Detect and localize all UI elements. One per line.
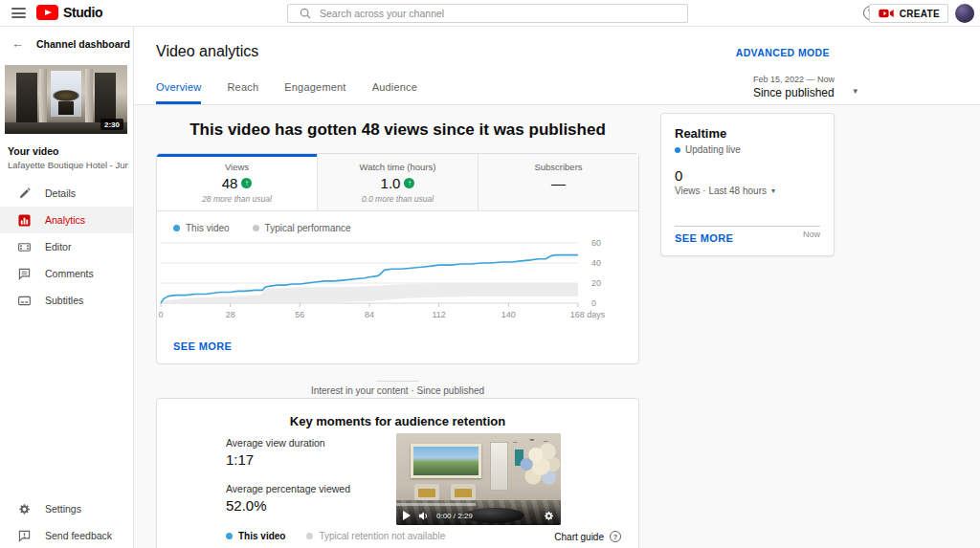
video-player[interactable]: 0:00 / 2:29	[396, 433, 561, 525]
realtime-count: 0	[675, 167, 820, 184]
player-controls: 0:00 / 2:29	[396, 506, 561, 525]
search-icon	[300, 8, 311, 19]
avg-view-duration-label: Average view duration	[226, 437, 325, 449]
trend-up-icon: ↑	[241, 178, 252, 188]
chart-guide-link[interactable]: Chart guide ?	[554, 531, 621, 542]
search-input[interactable]	[320, 8, 687, 19]
create-label: CREATE	[900, 9, 940, 19]
avg-percentage-viewed-label: Average percentage viewed	[226, 483, 350, 494]
views-headline: This video has gotten 48 views since it …	[156, 121, 639, 140]
interest-caption: Interest in your content · Since publish…	[156, 385, 639, 396]
subscribers-value: —	[551, 175, 566, 191]
live-dot-icon	[675, 147, 680, 153]
back-arrow-icon: ←	[11, 36, 24, 51]
realtime-sparkline	[675, 202, 820, 227]
analytics-icon	[17, 214, 31, 227]
analytics-header: Video analytics ADVANCED MODE Feb 15, 20…	[134, 27, 980, 105]
legend-typical-performance: Typical performance	[253, 223, 351, 233]
blue-dot-icon	[226, 533, 233, 539]
account-avatar[interactable]	[955, 4, 974, 23]
metric-tab-subscribers[interactable]: Subscribers —	[478, 154, 638, 210]
tab-reach[interactable]: Reach	[227, 81, 258, 104]
svg-text:0: 0	[158, 310, 163, 319]
tab-overview[interactable]: Overview	[156, 81, 201, 104]
main-area: Video analytics ADVANCED MODE Feb 15, 20…	[134, 27, 980, 548]
feedback-icon	[17, 530, 31, 542]
gray-dot-icon	[253, 225, 259, 231]
metric-tab-watch-time[interactable]: Watch time (hours) 1.0↑ 0.0 more than us…	[317, 154, 478, 210]
sidebar-menu: Details Analytics Editor Comments	[0, 180, 133, 314]
svg-text:28: 28	[226, 310, 235, 319]
svg-text:56: 56	[295, 310, 304, 319]
youtube-studio-logo[interactable]: Studio	[36, 5, 102, 20]
legend-typical-retention: Typical retention not available	[306, 531, 445, 541]
sidebar: ← Channel dashboard 2:30 Your video Lafa…	[0, 27, 134, 548]
gear-icon	[17, 503, 31, 515]
section-divider	[376, 381, 418, 382]
sidebar-bottom-menu: Settings Send feedback	[0, 495, 133, 548]
chevron-down-icon: ▾	[853, 86, 858, 96]
create-button[interactable]: CREATE	[869, 4, 948, 23]
svg-text:112: 112	[432, 310, 445, 319]
retention-legend: This video Typical retention not availab…	[226, 531, 445, 541]
key-moments-title: Key moments for audience retention	[157, 414, 638, 428]
views-value: 48	[222, 175, 238, 191]
legend-this-video: This video	[226, 531, 285, 541]
svg-text:60: 60	[591, 238, 601, 248]
avg-percentage-viewed-value: 52.0%	[226, 497, 267, 514]
svg-text:20: 20	[591, 278, 601, 288]
metric-tabs: Views 48↑ 28 more than usual Watch time …	[157, 154, 638, 211]
sidebar-item-editor[interactable]: Editor	[0, 233, 133, 260]
realtime-see-more-link[interactable]: SEE MORE	[675, 232, 733, 244]
sidebar-item-subtitles[interactable]: Subtitles	[0, 287, 133, 314]
brand-name: Studio	[63, 5, 102, 20]
sidebar-item-send-feedback[interactable]: Send feedback	[0, 522, 133, 548]
tab-engagement[interactable]: Engagement	[284, 81, 345, 104]
metric-tab-views[interactable]: Views 48↑ 28 more than usual	[157, 154, 317, 210]
player-settings-icon[interactable]	[544, 511, 554, 521]
views-line-chart[interactable]: 02040600285684112140168 days	[157, 235, 638, 327]
realtime-metric-selector[interactable]: Views · Last 48 hours ▾	[675, 186, 820, 196]
trend-up-icon: ↑	[404, 178, 414, 188]
youtube-play-icon	[36, 5, 58, 20]
play-icon[interactable]	[403, 511, 411, 520]
volume-icon[interactable]	[418, 511, 429, 521]
comment-icon	[17, 268, 31, 280]
your-video-label: Your video	[8, 145, 58, 157]
date-mode: Since published	[753, 86, 835, 99]
svg-text:140: 140	[501, 310, 516, 319]
advanced-mode-link[interactable]: ADVANCED MODE	[736, 47, 830, 58]
svg-text:168 days: 168 days	[570, 310, 606, 319]
subtitles-icon	[17, 295, 31, 307]
date-range-picker[interactable]: Feb 15, 2022 — Now Since published ▾	[753, 75, 835, 99]
sidebar-item-settings[interactable]: Settings	[0, 495, 133, 522]
back-to-dashboard[interactable]: ← Channel dashboard	[0, 36, 130, 51]
sidebar-item-details[interactable]: Details	[0, 180, 133, 207]
realtime-title: Realtime	[675, 126, 820, 141]
blue-dot-icon	[173, 225, 180, 231]
sidebar-item-comments[interactable]: Comments	[0, 260, 133, 287]
see-more-link[interactable]: SEE MORE	[173, 340, 232, 352]
svg-text:84: 84	[365, 310, 374, 319]
player-time: 0:00 / 2:29	[436, 512, 473, 520]
tab-audience[interactable]: Audience	[372, 81, 417, 104]
gray-dot-icon	[306, 533, 313, 539]
hamburger-menu-icon[interactable]	[11, 8, 26, 18]
analytics-tabs: Overview Reach Engagement Audience	[156, 81, 417, 104]
search-box[interactable]	[287, 4, 688, 23]
key-moments-card: Key moments for audience retention Avera…	[156, 398, 639, 548]
page-title: Video analytics	[156, 43, 258, 60]
svg-text:40: 40	[591, 258, 601, 268]
chart-legend: This video Typical performance	[157, 211, 638, 235]
analytics-content: This video has gotten 48 views since it …	[134, 105, 980, 548]
overview-card: Views 48↑ 28 more than usual Watch time …	[156, 153, 639, 364]
question-circle-icon: ?	[610, 531, 621, 542]
sidebar-item-analytics[interactable]: Analytics	[0, 207, 133, 233]
pencil-icon	[17, 187, 31, 200]
realtime-card: Realtime Updating live 0 Views · Last 48…	[660, 113, 835, 256]
video-thumbnail[interactable]: 2:30	[5, 65, 127, 134]
avg-view-duration-value: 1:17	[226, 451, 254, 468]
watch-time-value: 1.0	[381, 175, 401, 191]
chevron-down-icon: ▾	[771, 186, 775, 195]
legend-this-video: This video	[173, 223, 230, 233]
